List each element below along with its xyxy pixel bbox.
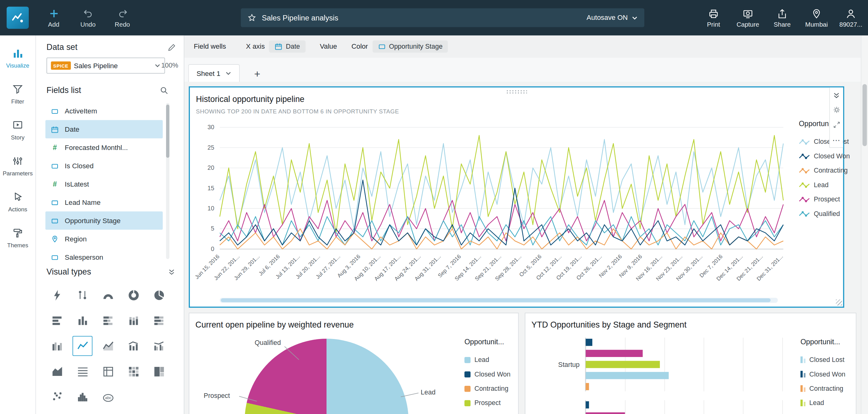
search-icon[interactable] xyxy=(160,86,168,95)
sidebar-item-themes[interactable]: Themes xyxy=(0,227,35,248)
bar-contracting[interactable] xyxy=(586,383,589,390)
field-item-region[interactable]: Region xyxy=(45,230,163,248)
bar-closed-won[interactable] xyxy=(586,401,589,408)
color-field-pill[interactable]: Opportunity Stage xyxy=(372,40,448,52)
collapse-chevrons-icon[interactable] xyxy=(833,89,839,101)
sidebar-item-filter[interactable]: Filter xyxy=(0,82,35,105)
color-field-value: Opportunity Stage xyxy=(389,43,443,51)
chart-horizontal-scrollbar[interactable] xyxy=(220,298,778,303)
undo-button[interactable]: Undo xyxy=(71,3,105,32)
visual-historical-pipeline[interactable]: Historical opportunity pipeline SHOWING … xyxy=(189,86,844,308)
visual-type-line[interactable] xyxy=(70,333,95,358)
field-item-salesperson[interactable]: Salesperson xyxy=(45,248,163,266)
legend-item-contracting[interactable]: Contracting xyxy=(799,163,852,178)
field-item-lead-name[interactable]: Lead Name xyxy=(45,193,163,211)
89027--button[interactable]: 89027... xyxy=(834,3,868,32)
autosave-toggle[interactable]: Autosave ON xyxy=(587,14,638,22)
page-scrollbar[interactable] xyxy=(861,35,868,414)
quicksight-logo[interactable] xyxy=(6,6,29,29)
dataset-selector[interactable]: SPICE Sales Pipeline xyxy=(46,58,165,74)
legend-item-closed-won[interactable]: Closed Won xyxy=(464,367,518,381)
visual-type-bar-h-100[interactable] xyxy=(146,308,172,333)
visual-type-area-line[interactable] xyxy=(95,333,121,358)
bar-closed-lost[interactable] xyxy=(586,372,669,379)
legend-item-closed-won[interactable]: Closed Won xyxy=(801,367,854,381)
value-well-label[interactable]: Value xyxy=(320,43,337,51)
field-item-is-closed[interactable]: Is Closed xyxy=(45,156,163,175)
x-axis-field-pill[interactable]: Date xyxy=(269,40,305,52)
collapse-visual-types-icon[interactable] xyxy=(168,268,175,275)
visual-type-bar-h-stacked[interactable] xyxy=(95,308,121,333)
visual-type-histogram[interactable] xyxy=(70,384,95,410)
visual-resize-handle[interactable] xyxy=(836,299,842,305)
bar-prospect[interactable] xyxy=(586,350,643,357)
legend-item-qualified[interactable]: Qualified xyxy=(799,206,852,220)
bar-prospect[interactable] xyxy=(586,412,625,414)
fields-scrollbar-thumb[interactable] xyxy=(166,105,169,158)
field-item-date[interactable]: Date xyxy=(45,120,163,139)
capture-button[interactable]: Capture xyxy=(731,3,765,32)
visual-ytd-opportunities-bar[interactable]: YTD Opportunities by Stage and Segment S… xyxy=(525,313,856,414)
fields-scrollbar[interactable] xyxy=(166,103,169,259)
legend-item-prospect[interactable]: Prospect xyxy=(464,396,518,410)
visual-drag-handle[interactable] xyxy=(506,90,527,94)
visual-subtitle: SHOWING TOP 200 IN DATE AND BOTTOM 6 IN … xyxy=(196,108,399,114)
page-scrollbar-thumb[interactable] xyxy=(862,84,867,146)
legend-item-closed-lost[interactable]: Closed Lost xyxy=(799,135,852,149)
legend-item-contracting[interactable]: Contracting xyxy=(801,381,854,396)
visual-type-treemap[interactable] xyxy=(146,358,172,384)
edit-dataset-pencil-icon[interactable] xyxy=(167,43,176,52)
legend-item-contracting[interactable]: Contracting xyxy=(464,381,518,396)
favorite-star-icon[interactable] xyxy=(248,13,256,22)
visual-type-bar-horizontal[interactable] xyxy=(44,308,70,333)
visual-type-pivot-table[interactable] xyxy=(95,358,121,384)
expand-icon[interactable] xyxy=(833,119,840,131)
visual-type-donut[interactable] xyxy=(121,282,146,308)
visual-type-table[interactable] xyxy=(70,358,95,384)
sidebar-item-actions[interactable]: Actions xyxy=(0,190,35,212)
legend-item-prospect[interactable]: Prospect xyxy=(799,192,852,206)
bar-lead[interactable] xyxy=(586,361,660,368)
legend-item-lead[interactable]: Lead xyxy=(801,396,854,410)
add-sheet-button[interactable]: + xyxy=(254,68,260,79)
field-item-opportunity-stage[interactable]: Opportunity Stage xyxy=(45,211,163,230)
visual-type-points[interactable] xyxy=(70,282,95,308)
visual-type-combo-clustered[interactable] xyxy=(146,333,172,358)
sidebar-item-story[interactable]: Story xyxy=(0,118,35,140)
toolbar-item-label: Capture xyxy=(737,21,759,27)
visual-type-bar-v-grouped[interactable] xyxy=(44,333,70,358)
sidebar-item-visualize[interactable]: Visualize xyxy=(0,47,35,68)
field-item-forecasted-monthl-[interactable]: #Forecasted Monthl... xyxy=(45,139,163,157)
visual-type-bar-v-stacked[interactable] xyxy=(121,308,146,333)
menu-ellipsis-icon[interactable]: ⋯ xyxy=(832,134,841,146)
visual-type-pie[interactable] xyxy=(146,282,172,308)
legend-item-lead[interactable]: Lead xyxy=(464,353,518,367)
add-button[interactable]: Add xyxy=(36,3,71,32)
pie-chart[interactable] xyxy=(245,339,409,414)
visual-type-bar-vertical[interactable] xyxy=(70,308,95,333)
field-item-activeitem[interactable]: ActiveItem xyxy=(45,102,163,120)
visual-type-heatmap[interactable] xyxy=(121,358,146,384)
legend-item-closed-won[interactable]: Closed Won xyxy=(799,149,852,163)
chart-horizontal-scrollbar-thumb[interactable] xyxy=(221,298,770,302)
gear-icon[interactable] xyxy=(832,104,841,116)
legend-item-lead[interactable]: Lead xyxy=(799,178,852,192)
visual-type-insight-abc[interactable]: abc xyxy=(95,384,121,410)
legend-item-closed-lost[interactable]: Closed Lost xyxy=(801,353,854,367)
visual-type-donut-icon xyxy=(127,289,140,301)
visual-type-scatter[interactable] xyxy=(44,384,70,410)
tab-sheet-1[interactable]: Sheet 1 xyxy=(188,64,240,82)
sidebar-item-parameters[interactable]: Parameters xyxy=(0,154,35,176)
line-chart-plot[interactable]: 051015202530Jun 15, 2016Jun 22, 201...Ju… xyxy=(194,121,792,299)
visual-type-combo-bar-line[interactable] xyxy=(121,333,146,358)
field-item-islatest[interactable]: #IsLatest xyxy=(45,175,163,193)
print-button[interactable]: Print xyxy=(696,3,731,32)
visual-type-auto[interactable] xyxy=(44,282,70,308)
redo-button[interactable]: Redo xyxy=(105,3,140,32)
visual-type-gauge[interactable] xyxy=(95,282,121,308)
visual-open-pipeline-pie[interactable]: Current open pipeline by weighted revenu… xyxy=(189,313,519,414)
bar-closed-won[interactable] xyxy=(586,339,592,346)
mumbai-button[interactable]: Mumbai xyxy=(799,3,834,32)
visual-type-area[interactable] xyxy=(44,358,70,384)
share-button[interactable]: Share xyxy=(765,3,800,32)
